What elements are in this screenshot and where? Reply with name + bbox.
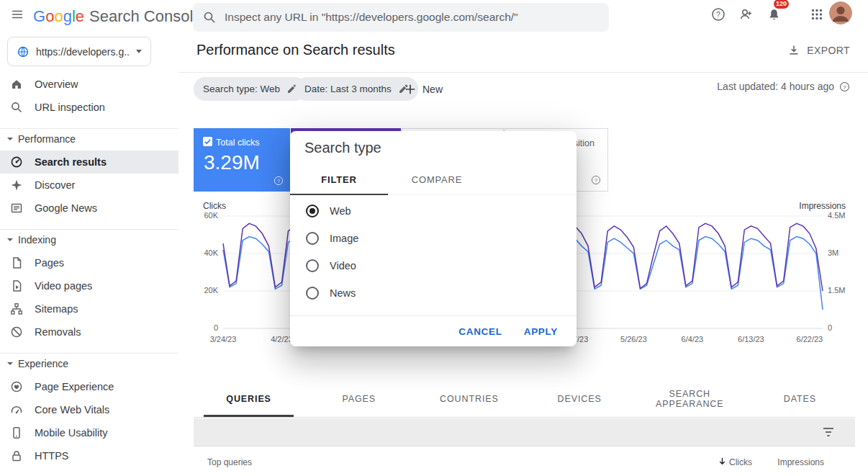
sidebar-item-core-web-vitals[interactable]: Core Web Vitals — [0, 398, 178, 421]
sidebar-item-page-experience[interactable]: Page Experience — [0, 375, 178, 398]
help-circle-icon[interactable]: ? — [591, 175, 601, 185]
sidebar-item-label: Overview — [35, 78, 78, 90]
svg-text:?: ? — [716, 10, 720, 19]
radio-selected-icon — [306, 205, 319, 217]
download-icon — [787, 44, 800, 57]
sidebar-item-discover[interactable]: Discover — [0, 174, 178, 197]
dialog-tab-compare[interactable]: COMPARE — [388, 164, 486, 194]
triangle-down-icon — [7, 362, 13, 365]
search-type-option-news[interactable]: News — [290, 279, 577, 307]
app-logo[interactable]: Google Search Console — [33, 7, 202, 26]
notifications-button[interactable]: 120 — [762, 3, 785, 26]
sidebar-item-label: Search results — [35, 156, 107, 168]
section-label: Performance — [18, 133, 76, 145]
svg-text:?: ? — [843, 84, 846, 90]
discover-icon — [10, 179, 23, 192]
manage-users-button[interactable] — [734, 3, 757, 26]
video-pages-icon — [10, 279, 23, 292]
sidebar-item-label: Removals — [35, 326, 81, 338]
y-axis-right-label: 4.5M — [828, 211, 845, 220]
tab-pages[interactable]: PAGES — [304, 380, 414, 417]
pages-icon — [10, 256, 23, 269]
chevron-down-icon — [136, 50, 142, 53]
help-circle-icon[interactable]: ? — [839, 81, 850, 92]
tab-dates[interactable]: DATES — [745, 380, 855, 417]
search-type-option-video[interactable]: Video — [290, 252, 577, 279]
sidebar-item-search-results[interactable]: Search results — [0, 151, 178, 174]
sidebar-item-pages[interactable]: Pages — [0, 251, 178, 274]
svg-text:?: ? — [595, 177, 597, 184]
home-icon — [10, 78, 23, 91]
section-label: Experience — [18, 358, 68, 369]
tab-label: COMPARE — [412, 174, 462, 185]
sidebar-section-indexing[interactable]: Indexing — [0, 233, 178, 247]
sidebar-divider — [0, 353, 178, 354]
option-label: Video — [330, 260, 356, 271]
search-type-option-web[interactable]: Web — [290, 197, 577, 225]
column-header-clicks[interactable]: Clicks — [729, 457, 752, 467]
sidebar-item-label: Page Experience — [35, 381, 114, 392]
sidebar-item-removals[interactable]: Removals — [0, 320, 178, 343]
tab-label: QUERIES — [226, 394, 271, 404]
date-range-chip[interactable]: Date: Last 3 months — [295, 77, 418, 101]
column-header-top-queries[interactable]: Top queries — [207, 457, 252, 467]
search-input[interactable] — [225, 11, 599, 24]
sidebar-item-video-pages[interactable]: Video pages — [0, 274, 178, 297]
total-clicks-card[interactable]: Total clicks 3.29M ? — [194, 128, 290, 192]
tab-search-appearance[interactable]: SEARCH APPEARANCE — [635, 380, 745, 417]
help-circle-icon[interactable]: ? — [273, 176, 284, 186]
account-avatar[interactable] — [829, 1, 852, 24]
export-button[interactable]: EXPORT — [787, 44, 850, 57]
x-axis-label: 6/22/23 — [788, 335, 831, 343]
chip-label: Date: Last 3 months — [304, 84, 392, 94]
tab-label: FILTER — [321, 174, 356, 185]
new-filter-button[interactable]: New — [404, 77, 443, 101]
tab-label: COUNTRIES — [440, 394, 499, 404]
sidebar-item-label: Core Web Vitals — [35, 404, 109, 416]
x-axis-label: 5/26/23 — [612, 335, 655, 343]
sitemaps-icon — [10, 302, 23, 315]
tab-label: DEVICES — [558, 394, 602, 404]
dialog-tab-filter[interactable]: FILTER — [290, 164, 388, 194]
sidebar-item-label: Pages — [35, 257, 64, 269]
card-label: Total clicks — [216, 138, 259, 148]
sidebar-item-google-news[interactable]: Google News — [0, 197, 178, 220]
sidebar-item-label: HTTPS — [35, 450, 69, 462]
help-button[interactable]: ? — [707, 3, 730, 26]
sidebar-divider — [0, 128, 178, 129]
hamburger-icon — [11, 8, 24, 21]
tab-devices[interactable]: DEVICES — [525, 380, 635, 417]
x-axis-label: 3/24/23 — [202, 335, 245, 343]
y-axis-right-label: 0 — [828, 323, 832, 332]
property-selector[interactable]: https://developers.g... — [7, 37, 151, 66]
plus-icon — [404, 83, 417, 96]
table-filter-button[interactable] — [822, 426, 835, 439]
sidebar-item-url-inspection[interactable]: URL inspection — [0, 96, 178, 119]
table-header-row: Top queries Clicks Impressions — [194, 446, 855, 476]
header-divider — [178, 72, 868, 73]
dialog-title: Search type — [304, 140, 381, 156]
search-type-option-image[interactable]: Image — [290, 225, 577, 252]
tab-countries[interactable]: COUNTRIES — [414, 380, 524, 417]
filter-icon — [822, 426, 835, 439]
sidebar-item-overview[interactable]: Overview — [0, 73, 178, 96]
sidebar-item-https[interactable]: HTTPS — [0, 444, 178, 467]
card-value: 3.29M — [204, 151, 260, 174]
notification-count-badge: 120 — [774, 0, 789, 9]
help-icon: ? — [711, 7, 725, 22]
url-inspect-searchbar[interactable] — [193, 3, 609, 32]
apply-button[interactable]: APPLY — [524, 326, 558, 337]
export-label: EXPORT — [807, 45, 850, 56]
main-menu-button[interactable] — [6, 3, 29, 26]
sidebar-section-experience[interactable]: Experience — [0, 356, 178, 371]
tab-queries[interactable]: QUERIES — [194, 380, 304, 417]
page-experience-icon — [10, 380, 23, 393]
sort-descending-icon[interactable] — [718, 457, 727, 466]
sidebar-item-mobile-usability[interactable]: Mobile Usability — [0, 421, 178, 444]
sidebar-item-sitemaps[interactable]: Sitemaps — [0, 297, 178, 320]
column-header-impressions[interactable]: Impressions — [777, 457, 824, 467]
google-apps-button[interactable] — [805, 3, 828, 26]
sidebar-section-performance[interactable]: Performance — [0, 132, 178, 146]
cancel-button[interactable]: CANCEL — [458, 326, 502, 337]
search-type-chip[interactable]: Search type: Web — [194, 77, 307, 101]
